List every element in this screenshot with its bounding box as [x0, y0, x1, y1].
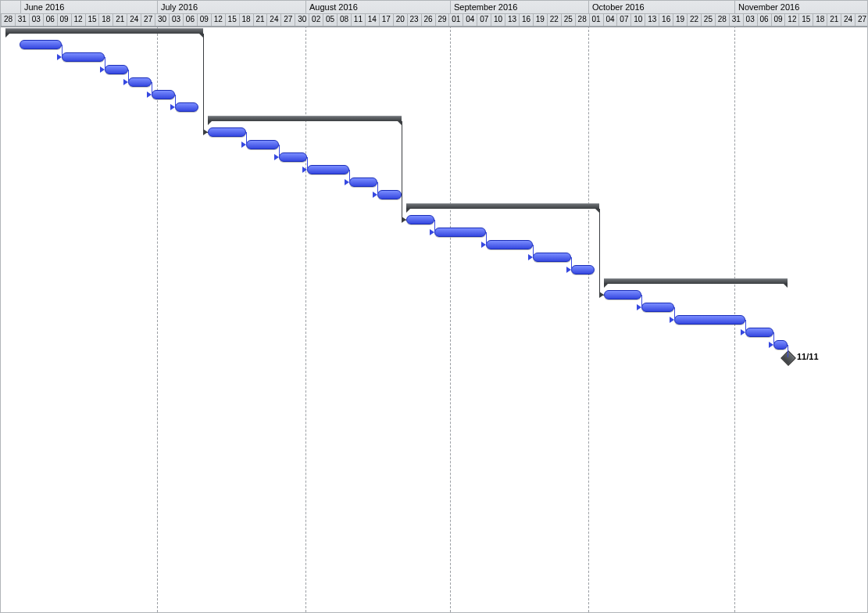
task-bar[interactable] [105, 65, 128, 74]
day-header: 30 [295, 13, 309, 26]
task-bar[interactable] [533, 253, 570, 262]
task-bar[interactable] [208, 127, 245, 137]
day-header: 27 [280, 13, 295, 26]
day-header: 23 [407, 13, 421, 26]
day-header: 25 [701, 13, 715, 26]
day-header: 05 [323, 13, 337, 26]
day-header: 24 [841, 13, 855, 26]
day-header: 21 [827, 13, 841, 26]
task-bar[interactable] [434, 228, 486, 237]
task-bar[interactable] [745, 328, 773, 337]
task-bar[interactable] [128, 77, 152, 87]
day-header: 03 [29, 13, 43, 26]
day-header: 18 [98, 13, 113, 26]
day-header: 22 [547, 13, 561, 26]
month-header: July 2016 [157, 1, 305, 13]
timeline-header: June 2016July 2016August 2016September 2… [1, 1, 867, 27]
task-bar[interactable] [152, 90, 175, 99]
day-header: 31 [15, 13, 29, 26]
day-header: 26 [421, 13, 435, 26]
day-header: 15 [85, 13, 99, 26]
task-bar[interactable] [246, 140, 279, 149]
summary-bar[interactable] [5, 28, 203, 34]
day-header: 04 [463, 13, 477, 26]
task-bar[interactable] [349, 177, 377, 187]
day-header: 16 [659, 13, 673, 26]
day-header: 21 [113, 13, 127, 26]
day-header: 28 [1, 13, 15, 26]
month-header: November 2016 [734, 1, 867, 13]
task-bar[interactable] [279, 152, 307, 162]
task-bar[interactable] [604, 290, 641, 299]
day-header: 09 [57, 13, 71, 26]
day-header: 28 [575, 13, 589, 26]
month-row: June 2016July 2016August 2016September 2… [1, 1, 867, 14]
day-header: 30 [155, 13, 169, 26]
task-bar[interactable] [307, 165, 349, 174]
day-header: 19 [673, 13, 687, 26]
day-header: 01 [448, 13, 463, 26]
day-header: 07 [616, 13, 630, 26]
milestone-diamond[interactable] [780, 350, 796, 366]
day-header: 04 [603, 13, 617, 26]
day-header: 12 [784, 13, 798, 26]
day-header: 25 [561, 13, 575, 26]
day-header: 06 [43, 13, 57, 26]
day-header: 18 [813, 13, 827, 26]
day-header: 22 [687, 13, 701, 26]
day-header: 01 [589, 13, 603, 26]
day-header: 24 [266, 13, 280, 26]
day-header: 06 [757, 13, 771, 26]
day-header: 10 [491, 13, 505, 26]
day-header: 12 [211, 13, 225, 26]
milestone-label: 11/11 [797, 352, 819, 361]
day-header: 16 [519, 13, 533, 26]
month-header: August 2016 [305, 1, 450, 13]
day-header: 15 [798, 13, 813, 26]
task-bar[interactable] [571, 265, 595, 274]
day-header: 14 [365, 13, 379, 26]
day-header: 15 [225, 13, 239, 26]
day-header: 03 [169, 13, 183, 26]
task-bar[interactable] [406, 215, 434, 224]
summary-bar[interactable] [208, 116, 401, 121]
task-bar[interactable] [773, 340, 788, 350]
day-header: 24 [127, 13, 141, 26]
day-row: 2831030609121518212427300306091215182124… [1, 13, 867, 26]
day-header: 06 [183, 13, 197, 26]
day-header: 08 [337, 13, 351, 26]
summary-bar[interactable] [604, 278, 788, 284]
day-header: 31 [729, 13, 743, 26]
task-bar[interactable] [62, 52, 104, 62]
day-header: 29 [435, 13, 449, 26]
summary-bar[interactable] [406, 203, 599, 209]
day-header: 11 [351, 13, 365, 26]
task-bar[interactable] [20, 40, 62, 49]
day-header: 12 [71, 13, 85, 26]
day-header: 17 [379, 13, 393, 26]
day-header: 13 [645, 13, 659, 26]
day-header: 13 [505, 13, 519, 26]
day-header: 27 [141, 13, 155, 26]
day-header: 07 [477, 13, 491, 26]
day-header: 20 [393, 13, 407, 26]
day-header: 18 [239, 13, 253, 26]
day-header: 10 [630, 13, 645, 26]
month-header: June 2016 [20, 1, 157, 13]
task-bar[interactable] [674, 315, 745, 324]
gantt-chart[interactable]: June 2016July 2016August 2016September 2… [0, 0, 868, 613]
task-bar[interactable] [641, 303, 674, 312]
day-header: 28 [715, 13, 729, 26]
task-bar[interactable] [377, 190, 401, 199]
day-header: 27 [855, 13, 867, 26]
day-header: 03 [743, 13, 757, 26]
gantt-body[interactable]: 11/11 [1, 26, 867, 612]
task-bar[interactable] [175, 102, 198, 112]
day-header: 09 [197, 13, 211, 26]
day-header: 02 [309, 13, 323, 26]
task-bar[interactable] [486, 240, 533, 249]
month-header: September 2016 [450, 1, 588, 13]
day-header: 21 [253, 13, 267, 26]
day-header: 19 [533, 13, 547, 26]
month-header: October 2016 [588, 1, 734, 13]
